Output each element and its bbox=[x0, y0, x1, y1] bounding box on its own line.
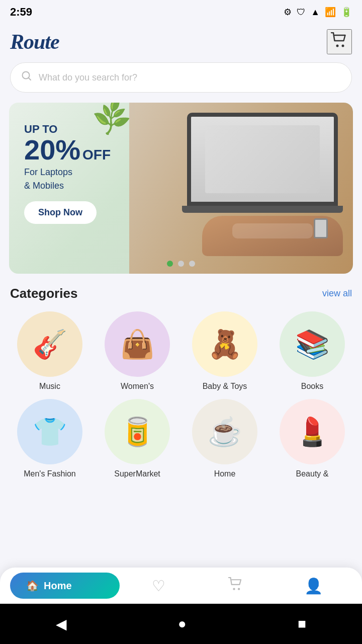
category-label-baby-toys: Baby & Toys bbox=[203, 382, 247, 391]
category-img-womens: 👜 bbox=[105, 311, 170, 377]
category-img-books: 📚 bbox=[280, 311, 345, 377]
categories-header: Categories view all bbox=[10, 286, 352, 301]
hands-image bbox=[202, 216, 343, 266]
mens-fashion-icon: 👕 bbox=[33, 416, 67, 448]
banner-dots bbox=[167, 261, 195, 267]
music-icon: 🎸 bbox=[33, 328, 67, 361]
categories-grid: 🎸 Music 👜 Women's 🧸 Baby & Toys 📚 Books bbox=[10, 311, 352, 478]
category-img-mens-fashion: 👕 bbox=[17, 399, 82, 464]
category-label-books: Books bbox=[301, 382, 323, 391]
category-item-home[interactable]: ☕ Home bbox=[185, 399, 264, 478]
search-icon bbox=[21, 70, 33, 85]
supermarket-icon: 🥫 bbox=[120, 416, 155, 448]
shield-icon: 🛡 bbox=[297, 7, 306, 18]
wifi-icon: ▲ bbox=[311, 7, 320, 18]
category-label-music: Music bbox=[39, 382, 60, 391]
nav-profile-button[interactable]: 👤 bbox=[275, 577, 352, 595]
bottom-nav: 🏠 Home ♡ 👤 bbox=[0, 568, 362, 604]
category-img-music: 🎸 bbox=[17, 311, 82, 377]
banner-dot-1[interactable] bbox=[167, 261, 173, 267]
banner-off: OFF bbox=[82, 147, 111, 163]
banner-desc-line1: For Laptops bbox=[24, 167, 111, 178]
books-icon: 📚 bbox=[295, 328, 330, 361]
cart-icon bbox=[331, 32, 348, 52]
banner-dot-3[interactable] bbox=[189, 261, 195, 267]
categories-title: Categories bbox=[10, 286, 77, 301]
category-label-supermarket: SuperMarket bbox=[114, 469, 160, 478]
status-time: 2:59 bbox=[10, 6, 32, 19]
banner-dot-2[interactable] bbox=[178, 261, 184, 267]
svg-point-0 bbox=[336, 44, 339, 47]
battery-icon: 🔋 bbox=[341, 7, 352, 18]
header: Route bbox=[0, 24, 362, 62]
category-img-supermarket: 🥫 bbox=[105, 399, 170, 464]
baby-toys-icon: 🧸 bbox=[208, 328, 242, 361]
status-icons: ⚙ 🛡 ▲ 📶 🔋 bbox=[284, 7, 352, 18]
nav-wishlist-button[interactable]: ♡ bbox=[120, 577, 197, 595]
banner-discount: 20% bbox=[24, 136, 80, 164]
view-all-link[interactable]: view all bbox=[322, 288, 352, 299]
womens-icon: 👜 bbox=[120, 328, 155, 361]
category-img-home: ☕ bbox=[192, 399, 257, 464]
category-item-baby-toys[interactable]: 🧸 Baby & Toys bbox=[185, 311, 264, 391]
category-img-baby-toys: 🧸 bbox=[192, 311, 257, 377]
categories-section: Categories view all 🎸 Music 👜 Women's 🧸 … bbox=[0, 274, 362, 478]
android-home-button[interactable]: ● bbox=[178, 616, 187, 632]
search-placeholder: What do you search for? bbox=[39, 72, 341, 83]
android-nav-bar: ◀ ● ■ bbox=[0, 604, 362, 644]
category-item-music[interactable]: 🎸 Music bbox=[10, 311, 89, 391]
search-container: What do you search for? bbox=[0, 62, 362, 103]
category-item-supermarket[interactable]: 🥫 SuperMarket bbox=[98, 399, 177, 478]
wishlist-icon: ♡ bbox=[152, 577, 165, 595]
laptop-image bbox=[177, 113, 348, 223]
home-nav-icon: 🏠 bbox=[26, 580, 39, 592]
category-label-mens-fashion: Men's Fashion bbox=[24, 469, 76, 478]
svg-point-1 bbox=[342, 44, 344, 47]
cart-button[interactable] bbox=[327, 29, 352, 54]
category-label-womens: Women's bbox=[121, 382, 154, 391]
banner-desc-line2: & Mobiles bbox=[24, 181, 111, 191]
beauty-icon: 💄 bbox=[295, 416, 330, 448]
android-back-button[interactable]: ◀ bbox=[56, 616, 67, 632]
svg-point-4 bbox=[238, 588, 240, 590]
banner-background bbox=[129, 103, 353, 274]
category-img-beauty: 💄 bbox=[280, 399, 345, 464]
home-nav-label: Home bbox=[44, 580, 72, 592]
promo-banner[interactable]: 🌿 UP TO 20% OFF For Laptops & Mobiles Sh… bbox=[9, 103, 353, 274]
android-recent-button[interactable]: ■ bbox=[298, 616, 306, 632]
nav-cart-icon bbox=[228, 577, 243, 595]
category-item-womens[interactable]: 👜 Women's bbox=[98, 311, 177, 391]
shop-now-button[interactable]: Shop Now bbox=[24, 201, 97, 224]
nav-cart-button[interactable] bbox=[197, 577, 275, 595]
category-label-beauty: Beauty & bbox=[296, 469, 329, 478]
category-item-mens-fashion[interactable]: 👕 Men's Fashion bbox=[10, 399, 89, 478]
app-logo: Route bbox=[10, 30, 59, 54]
search-bar[interactable]: What do you search for? bbox=[10, 62, 352, 93]
status-bar: 2:59 ⚙ 🛡 ▲ 📶 🔋 bbox=[0, 0, 362, 24]
svg-point-3 bbox=[233, 588, 235, 590]
nav-home-button[interactable]: 🏠 Home bbox=[10, 573, 120, 599]
profile-icon: 👤 bbox=[304, 577, 323, 595]
signal-icon: 📶 bbox=[325, 7, 336, 18]
category-label-home: Home bbox=[214, 469, 236, 478]
banner-text: UP TO 20% OFF For Laptops & Mobiles Shop… bbox=[24, 123, 111, 224]
category-item-beauty[interactable]: 💄 Beauty & bbox=[273, 399, 352, 478]
settings-icon: ⚙ bbox=[284, 7, 292, 18]
home-appliances-icon: ☕ bbox=[208, 416, 242, 448]
category-item-books[interactable]: 📚 Books bbox=[273, 311, 352, 391]
